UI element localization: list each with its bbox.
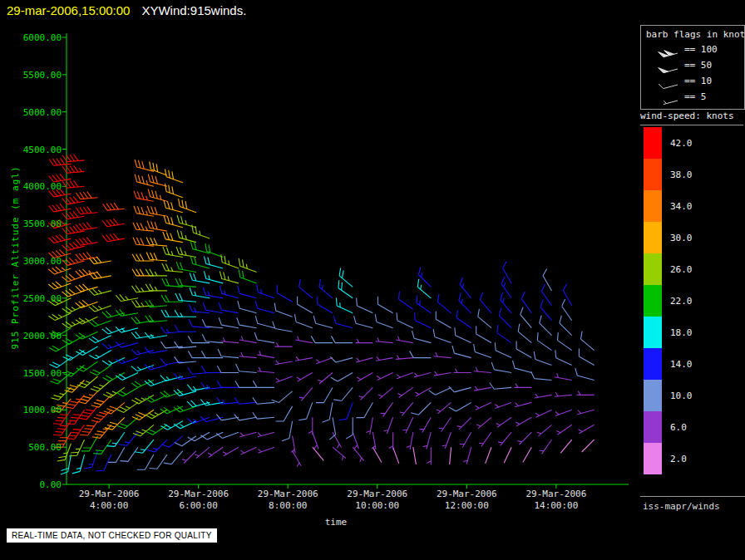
barb-shaft [239,352,257,358]
wind-barb [577,391,595,395]
wind-barb [102,233,125,242]
barb-shaft [437,402,451,414]
wind-barb [354,316,373,328]
wind-barb [659,50,678,56]
wind-barb [277,285,292,302]
barb-shaft [377,297,392,313]
barb-shaft [420,417,432,432]
barb-shaft [449,402,471,411]
barb-shaft [145,364,167,370]
barb-flags-legend-row: == 100 [646,42,739,57]
wind-barb [295,314,313,328]
wind-barb [400,402,413,415]
colorbar-label: 10.0 [670,391,693,401]
colorbar-row: 38.0 [644,159,693,190]
barb-shaft [318,297,333,313]
wind-barb [164,451,183,464]
wind-barb [531,371,552,381]
wind-barb [205,243,223,258]
barb-symbol-icon [646,57,681,74]
wind-barb [238,301,257,313]
wind-barb [93,440,111,454]
barb-shaft [92,425,111,438]
barb-shaft [91,381,111,392]
wind-barb [353,447,364,462]
wind-barb [372,447,382,462]
wind-barb [308,417,313,435]
wind-barb [299,279,313,298]
barb-shaft [49,343,71,352]
wind-barb [175,325,196,332]
colorbar-swatch [644,380,662,411]
wind-barb [239,352,257,358]
barb-shaft [478,309,491,328]
wind-barb [62,242,85,250]
barb-shaft [69,440,84,456]
wind-barb [62,321,85,328]
barb-shaft [133,223,154,231]
barb-shaft [257,351,274,358]
barb-shaft [146,315,167,322]
barb-shaft [96,454,111,471]
barb-shaft [381,402,393,416]
wind-barb [415,387,431,396]
barb-shaft [189,304,210,313]
wind-barb [454,369,471,373]
wind-barb [413,447,417,464]
colorbar-row: 26.0 [644,253,693,285]
barb-shaft [150,161,167,175]
barb-shaft [354,316,373,328]
wind-barb [282,421,293,441]
barb-shaft [216,432,239,438]
wind-barb [62,180,84,188]
barb-shaft [415,312,432,327]
barb-shaft [353,432,358,449]
barb-shaft [579,425,595,434]
barb-shaft [116,294,138,301]
colorbar-label: 22.0 [670,296,693,307]
wind-barb [556,425,572,435]
barb-shaft [78,391,98,404]
barb-shaft [474,344,491,358]
wind-barb [255,301,274,313]
barb-shaft [187,400,210,407]
wind-barb [427,447,432,464]
barb-shaft [81,436,98,451]
barb-shaft [521,292,531,313]
y-tick-label: 2000.00 [2,331,62,341]
wind-barb [474,367,491,372]
wind-barb [189,304,210,313]
wind-barb [496,417,512,427]
wind-barb [160,421,182,430]
barb-shaft [188,368,210,375]
wind-barb [336,297,353,312]
barb-shaft [298,297,313,313]
wind-barb [91,410,111,422]
wind-barb [121,447,139,461]
barb-shaft [411,402,431,415]
wind-barb [51,387,71,400]
wind-barb [76,238,98,246]
barb-shaft [540,440,552,454]
barb-shaft [295,336,313,343]
barb-flags-legend-title: barb flags in knots [646,29,739,40]
barb-shaft [163,247,183,258]
wind-barb [457,310,471,328]
wind-barb [322,402,333,422]
barb-shaft [255,316,274,328]
barb-shaft [356,402,372,417]
wind-barb [255,316,274,328]
wind-barb [62,258,85,265]
wind-barb [396,356,413,360]
barb-shaft [460,432,471,447]
wind-barb [48,282,71,289]
barb-shaft [418,267,431,287]
wind-barb [581,332,595,351]
wind-barb [434,371,451,376]
barb-shaft [537,425,552,436]
wind-barb [664,101,678,105]
wind-barb [412,331,432,343]
barb-shaft [397,312,413,327]
barb-shaft [664,101,678,105]
wind-barb [182,451,196,464]
